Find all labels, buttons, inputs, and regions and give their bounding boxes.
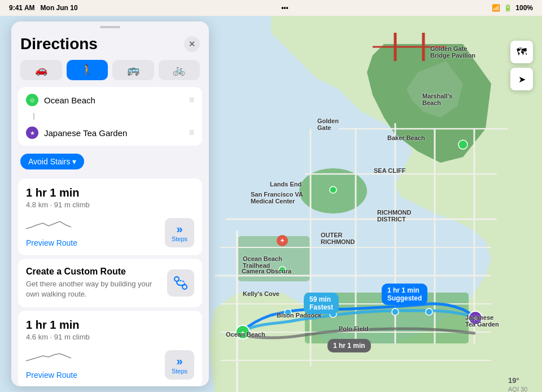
transport-car[interactable]: 🚗: [20, 60, 62, 80]
svg-text:●: ●: [241, 329, 244, 336]
route-stops: ⊙ Ocean Beach ≡ ★ Japanese Tea Garden ≡: [18, 87, 202, 146]
date: Mon Jun 10: [41, 4, 78, 12]
elevation-chart-1: [26, 215, 71, 232]
svg-text:AQI 30: AQI 30: [508, 386, 527, 392]
steps-button-1[interactable]: » Steps: [165, 218, 194, 247]
battery-percent: 100%: [515, 4, 533, 12]
svg-rect-6: [237, 236, 311, 281]
route-stop-end[interactable]: ★ Japanese Tea Garden ≡: [18, 120, 202, 146]
route-time-2: 1 hr 1 min: [26, 319, 194, 332]
steps-label-2: Steps: [172, 368, 187, 374]
avoid-stairs-button[interactable]: Avoid Stairs ▾: [20, 154, 84, 169]
start-label: Ocean Beach: [44, 95, 183, 105]
directions-panel: Directions ✕ 🚗 🚶 🚌 🚲 ⊙ Ocean Beach ≡ ★ J…: [11, 21, 209, 386]
preview-link-2[interactable]: Preview Route: [26, 371, 77, 380]
avoid-stairs-label: Avoid Stairs: [28, 157, 70, 166]
route-bottom-2: Preview Route » Steps: [26, 347, 194, 380]
svg-point-31: [279, 267, 286, 273]
route-card-2[interactable]: 1 hr 1 min 4.6 km · 91 m climb Preview R…: [18, 311, 202, 386]
svg-text:+: +: [280, 237, 284, 245]
route-stop-start[interactable]: ⊙ Ocean Beach ≡: [18, 87, 202, 113]
map-controls: 🗺 ➤: [510, 41, 533, 90]
avoid-stairs-chevron: ▾: [72, 157, 76, 166]
steps-chevron-2: »: [176, 355, 182, 367]
elevation-chart-2: [26, 347, 71, 364]
close-button[interactable]: ✕: [184, 36, 200, 52]
svg-point-34: [392, 308, 399, 315]
route-details-2: 4.6 km · 91 m climb: [26, 333, 194, 341]
time: 9:41 AM: [9, 4, 35, 12]
steps-chevron-1: »: [176, 223, 182, 234]
transport-modes: 🚗 🚶 🚌 🚲: [11, 58, 209, 87]
panel-title: Directions: [20, 35, 98, 53]
svg-point-36: [458, 140, 467, 149]
svg-point-32: [285, 309, 291, 316]
route-time-1: 1 hr 1 min: [26, 186, 194, 199]
location-button[interactable]: ➤: [510, 68, 533, 90]
start-icon: ⊙: [26, 94, 38, 106]
route-details-1: 4.8 km · 91 m climb: [26, 201, 194, 209]
status-right: 📶 🔋 100%: [492, 4, 533, 12]
steps-button-2[interactable]: » Steps: [165, 350, 194, 380]
transport-walk[interactable]: 🚶: [67, 60, 108, 80]
svg-text:19°: 19°: [508, 376, 519, 385]
status-bar: 9:41 AM Mon Jun 10 ••• 📶 🔋 100%: [0, 0, 542, 16]
svg-point-30: [330, 186, 336, 193]
stops-connector: [33, 113, 34, 120]
panel-header: Directions ✕: [11, 28, 209, 58]
route-bottom-1: Preview Route » Steps: [26, 215, 194, 247]
status-time: 9:41 AM Mon Jun 10: [9, 4, 78, 12]
battery-icon: 🔋: [504, 4, 512, 12]
svg-text:★: ★: [473, 315, 478, 321]
transport-bike[interactable]: 🚲: [159, 60, 200, 80]
transport-transit[interactable]: 🚌: [112, 60, 154, 80]
custom-route-card[interactable]: Create a Custom Route Get there another …: [18, 259, 202, 307]
wifi-icon: 📶: [492, 4, 500, 12]
custom-route-svg: [173, 275, 189, 291]
status-center: •••: [281, 4, 289, 12]
svg-point-33: [330, 311, 336, 317]
route-card-1[interactable]: 1 hr 1 min 4.8 km · 91 m climb Preview R…: [18, 178, 202, 255]
custom-route-icon: [167, 269, 194, 297]
svg-point-35: [426, 308, 432, 315]
end-label: Japanese Tea Garden: [44, 128, 183, 138]
steps-label-1: Steps: [172, 236, 187, 242]
end-drag-handle: ≡: [189, 128, 194, 138]
custom-route-description: Get there another way by building your o…: [26, 279, 161, 299]
custom-route-text: Create a Custom Route Get there another …: [26, 267, 161, 299]
start-drag-handle: ≡: [189, 95, 194, 105]
end-icon: ★: [26, 127, 38, 139]
map-type-button[interactable]: 🗺: [510, 41, 533, 63]
svg-rect-2: [305, 293, 469, 343]
filter-row: Avoid Stairs ▾: [11, 150, 209, 175]
custom-route-title: Create a Custom Route: [26, 267, 161, 277]
preview-link-1[interactable]: Preview Route: [26, 238, 77, 247]
